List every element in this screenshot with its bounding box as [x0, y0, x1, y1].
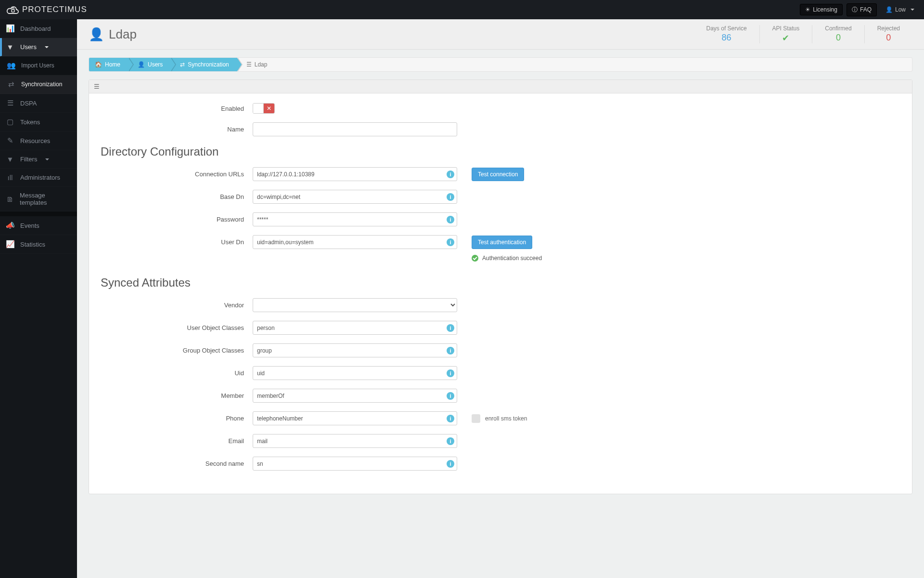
- nav-synchronization[interactable]: ⇄Synchronization: [0, 75, 77, 94]
- info-icon[interactable]: i: [447, 171, 454, 178]
- label-email: Email: [94, 437, 253, 445]
- crumb-sync[interactable]: ⇄Synchronization: [170, 57, 236, 72]
- page-title-text: Ldap: [109, 27, 137, 42]
- licensing-label: Licensing: [813, 6, 837, 13]
- toggle-enabled[interactable]: ✕: [253, 103, 275, 114]
- stat-value: 0: [825, 33, 851, 43]
- nav-tokens[interactable]: ▢Tokens: [0, 113, 77, 131]
- edit-icon: ✎: [6, 136, 14, 145]
- label-uoc: User Object Classes: [94, 324, 253, 331]
- document-icon: 🗎: [6, 195, 14, 203]
- nav-events[interactable]: 📣Events: [0, 216, 77, 235]
- select-vendor[interactable]: [253, 298, 457, 312]
- info-icon[interactable]: i: [447, 460, 454, 468]
- auth-status: Authentication succeed: [472, 255, 542, 262]
- input-user-dn[interactable]: [253, 235, 457, 249]
- nav-dashboard[interactable]: 📊Dashboard: [0, 19, 77, 38]
- user-menu[interactable]: 👤 Low: [881, 6, 919, 13]
- topbar-right: ☀ Licensing ⓘ FAQ 👤 Low: [800, 3, 919, 16]
- crumb-home[interactable]: 🏠Home: [89, 57, 128, 72]
- crumb-label: Users: [148, 57, 163, 72]
- row-connection-urls: Connection URLs i Test connection: [94, 167, 907, 181]
- crumb-users[interactable]: 👤Users: [128, 57, 170, 72]
- nav-filters[interactable]: ▼Filters: [0, 150, 77, 169]
- input-name[interactable]: [253, 122, 457, 136]
- auth-status-text: Authentication succeed: [482, 255, 542, 262]
- faq-button[interactable]: ⓘ FAQ: [847, 3, 877, 16]
- crumb-label: Ldap: [255, 57, 268, 72]
- panel-head: ☰: [89, 80, 912, 93]
- users-icon: 👥: [7, 61, 15, 70]
- user-icon: 👤: [89, 27, 104, 42]
- dashboard-icon: 📊: [6, 24, 14, 33]
- nav-dspa[interactable]: ☰DSPA: [0, 94, 77, 113]
- info-icon[interactable]: i: [447, 216, 454, 223]
- main: 👤 Ldap Days of Service86 API Status✔ Con…: [77, 19, 924, 578]
- row-group-object-classes: Group Object Classes i: [94, 343, 907, 357]
- home-icon: 🏠: [95, 57, 102, 72]
- nav-label: Filters: [20, 156, 37, 163]
- input-connection-urls[interactable]: [253, 167, 457, 181]
- label-member: Member: [94, 392, 253, 399]
- input-base-dn[interactable]: [253, 190, 457, 204]
- info-icon[interactable]: i: [447, 238, 454, 246]
- enroll-sms-wrap: enroll sms token: [472, 414, 527, 423]
- nav-users[interactable]: ▼Users: [0, 38, 77, 56]
- row-auth-result: Authentication succeed: [94, 251, 907, 262]
- nav-divider: [0, 211, 77, 216]
- nav-label: Administrators: [20, 174, 60, 181]
- input-member[interactable]: [253, 389, 457, 403]
- label-phone: Phone: [94, 415, 253, 422]
- test-authentication-button[interactable]: Test authentication: [472, 236, 532, 249]
- nav-label: Message templates: [20, 192, 71, 206]
- input-email[interactable]: [253, 434, 457, 448]
- input-user-object-classes[interactable]: [253, 321, 457, 335]
- info-icon[interactable]: i: [447, 193, 454, 201]
- info-icon: ⓘ: [852, 6, 858, 14]
- success-check-icon: [472, 255, 478, 262]
- input-group-object-classes[interactable]: [253, 343, 457, 357]
- row-user-dn: User Dn i Test authentication: [94, 235, 907, 249]
- brand-logo[interactable]: PROTECTIMUS: [0, 4, 87, 15]
- input-uid[interactable]: [253, 366, 457, 380]
- filter-icon: ▼: [6, 155, 14, 163]
- chart-icon: 📈: [6, 240, 14, 249]
- server-icon: ☰: [6, 99, 14, 107]
- stat-label: API Status: [772, 25, 800, 32]
- page-title: 👤 Ldap: [89, 27, 137, 42]
- info-icon[interactable]: i: [447, 347, 454, 355]
- user-icon: 👤: [886, 6, 893, 13]
- server-icon: ☰: [246, 57, 252, 72]
- info-icon[interactable]: i: [447, 369, 454, 377]
- test-connection-button[interactable]: Test connection: [472, 168, 524, 181]
- stat-value: 86: [706, 33, 747, 43]
- row-phone: Phone i enroll sms token: [94, 411, 907, 425]
- input-phone[interactable]: [253, 411, 457, 425]
- row-enabled: Enabled ✕: [94, 103, 907, 114]
- info-icon[interactable]: i: [447, 324, 454, 332]
- label-enabled: Enabled: [94, 105, 253, 112]
- info-icon[interactable]: i: [447, 392, 454, 400]
- nav-resources[interactable]: ✎Resources: [0, 131, 77, 150]
- nav-administrators[interactable]: ıllAdministrators: [0, 169, 77, 187]
- enroll-sms-label: enroll sms token: [485, 415, 527, 422]
- section-directory-config: Directory Configuration: [94, 145, 907, 158]
- nav-statistics[interactable]: 📈Statistics: [0, 235, 77, 254]
- shuffle-icon: ⇄: [180, 57, 185, 72]
- nav-message-templates[interactable]: 🗎Message templates: [0, 187, 77, 211]
- crumb-label: Synchronization: [188, 57, 229, 72]
- nav-users-submenu: 👥Import Users ⇄Synchronization: [0, 56, 77, 94]
- input-second-name[interactable]: [253, 457, 457, 471]
- faq-label: FAQ: [860, 6, 872, 13]
- input-password[interactable]: [253, 212, 457, 226]
- info-icon[interactable]: i: [447, 437, 454, 445]
- section-synced-attributes: Synced Attributes: [94, 276, 907, 289]
- label-name: Name: [94, 126, 253, 133]
- checkbox-enroll-sms[interactable]: [472, 414, 480, 423]
- check-icon: ✔: [772, 33, 800, 43]
- info-icon[interactable]: i: [447, 415, 454, 422]
- header-stats: Days of Service86 API Status✔ Confirmed0…: [694, 25, 912, 43]
- megaphone-icon: 📣: [6, 221, 14, 230]
- nav-import-users[interactable]: 👥Import Users: [0, 56, 77, 75]
- licensing-button[interactable]: ☀ Licensing: [800, 4, 843, 15]
